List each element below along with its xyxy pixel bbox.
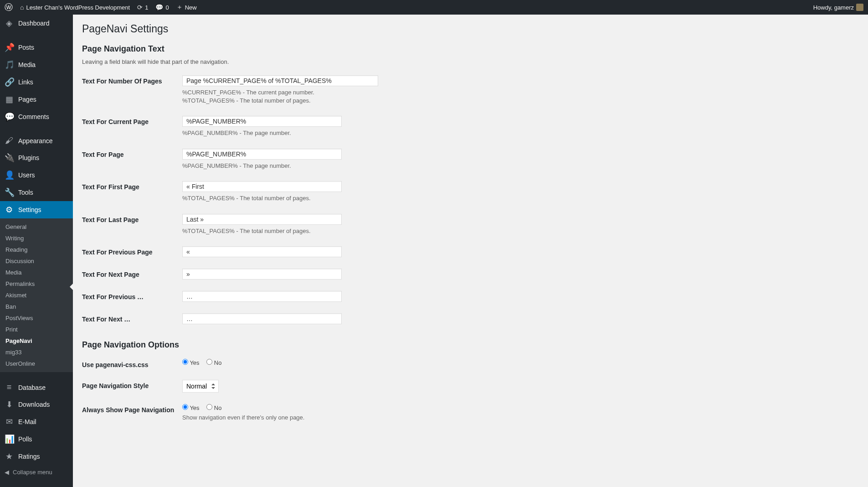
comment-icon: 💬 — [5, 112, 14, 122]
input-last-page[interactable] — [182, 214, 342, 225]
submenu-permalinks[interactable]: Permalinks — [0, 278, 73, 290]
input-prev-dots[interactable] — [182, 291, 342, 302]
sidebar-item-label: Comments — [18, 113, 49, 120]
sidebar-item-label: Pages — [18, 96, 36, 103]
sidebar-item-plugins[interactable]: 🔌Plugins — [0, 149, 73, 166]
sidebar-item-label: Users — [18, 171, 35, 179]
updates-link[interactable]: ⟳1 — [137, 4, 148, 11]
sidebar-item-label: Dashboard — [18, 20, 50, 27]
radio-always-show-yes[interactable] — [182, 404, 188, 410]
sidebar-item-settings[interactable]: ⚙Settings — [0, 201, 73, 218]
admin-sidebar: ◈Dashboard 📌Posts 🎵Media 🔗Links ▦Pages 💬… — [0, 15, 73, 438]
sidebar-item-users[interactable]: 👤Users — [0, 166, 73, 184]
sidebar-item-label: Links — [18, 78, 33, 86]
avatar — [856, 4, 863, 11]
radio-always-show-yes-label[interactable]: Yes — [182, 404, 200, 411]
sidebar-item-links[interactable]: 🔗Links — [0, 73, 73, 91]
input-next-page[interactable] — [182, 269, 342, 280]
submenu-discussion[interactable]: Discussion — [0, 255, 73, 267]
sidebar-item-label: Downloads — [18, 401, 50, 408]
radio-always-show-no-label[interactable]: No — [206, 404, 221, 411]
input-page[interactable] — [182, 149, 342, 160]
submenu-useronline[interactable]: UserOnline — [0, 358, 73, 369]
admin-bar: ⓦ ⌂Lester Chan's WordPress Development ⟳… — [0, 0, 868, 15]
section-nav-options: Page Navigation Options — [82, 340, 859, 350]
submenu-media[interactable]: Media — [0, 267, 73, 278]
link-icon: 🔗 — [5, 77, 14, 87]
no-label: No — [214, 359, 222, 366]
media-icon: 🎵 — [5, 60, 14, 70]
sidebar-separator — [0, 374, 73, 377]
submenu-pagenavi[interactable]: PageNavi — [0, 335, 73, 347]
hint-first-page: %TOTAL_PAGES% - The total number of page… — [182, 194, 859, 202]
sidebar-item-label: Settings — [18, 206, 41, 213]
database-icon: ≡ — [5, 383, 14, 392]
select-style[interactable]: Normal — [182, 380, 219, 393]
radio-use-css-no-label[interactable]: No — [206, 359, 221, 366]
sidebar-item-label: Appearance — [18, 137, 53, 145]
new-label: New — [185, 4, 197, 11]
sidebar-item-label: Tools — [18, 189, 33, 196]
input-next-dots[interactable] — [182, 313, 342, 324]
radio-always-show-no[interactable] — [206, 404, 212, 410]
sidebar-item-pages[interactable]: ▦Pages — [0, 91, 73, 108]
profile-link[interactable]: Howdy, gamerz — [813, 4, 863, 11]
wp-logo[interactable]: ⓦ — [5, 2, 13, 13]
sidebar-item-tools[interactable]: 🔧Tools — [0, 184, 73, 201]
input-num-pages[interactable] — [182, 75, 378, 86]
sidebar-item-media[interactable]: 🎵Media — [0, 56, 73, 73]
input-first-page[interactable] — [182, 181, 342, 192]
yes-label: Yes — [190, 359, 199, 366]
submenu-writing[interactable]: Writing — [0, 233, 73, 244]
page-icon: ▦ — [5, 94, 14, 104]
site-link[interactable]: ⌂Lester Chan's WordPress Development — [20, 4, 130, 11]
sidebar-item-appearance[interactable]: 🖌Appearance — [0, 132, 73, 149]
howdy-label: Howdy, gamerz — [813, 4, 854, 11]
new-link[interactable]: ＋New — [176, 3, 197, 11]
submenu-akismet[interactable]: Akismet — [0, 290, 73, 301]
hint-current-page: %PAGE_NUMBER% - The page number. — [182, 129, 859, 137]
user-icon: 👤 — [5, 170, 14, 180]
options-form: Use pagenavi-css.css Yes No Page Navigat… — [82, 354, 859, 429]
submenu-print[interactable]: Print — [0, 324, 73, 335]
sidebar-item-dashboard[interactable]: ◈Dashboard — [0, 15, 73, 32]
hint-num-pages-2: %TOTAL_PAGES% - The total number of page… — [182, 97, 859, 105]
yes-label: Yes — [190, 404, 199, 411]
input-current-page[interactable] — [182, 116, 342, 127]
submenu-reading[interactable]: Reading — [0, 244, 73, 255]
label-always-show: Always Show Page Navigation — [82, 399, 182, 429]
site-name-label: Lester Chan's WordPress Development — [26, 4, 130, 11]
hint-always-show: Show navigation even if there's only one… — [182, 414, 859, 422]
comments-count: 0 — [165, 4, 169, 11]
label-current-page: Text For Current Page — [82, 111, 182, 144]
submenu-postviews[interactable]: PostViews — [0, 312, 73, 324]
label-next-page: Text For Next Page — [82, 264, 182, 286]
radio-use-css-yes[interactable] — [182, 359, 188, 365]
sidebar-item-database[interactable]: ≡Database — [0, 379, 73, 396]
label-use-css: Use pagenavi-css.css — [82, 354, 182, 375]
sidebar-separator — [0, 128, 73, 130]
submenu-general[interactable]: General — [0, 221, 73, 233]
sidebar-item-comments[interactable]: 💬Comments — [0, 108, 73, 125]
radio-use-css-no[interactable] — [206, 359, 212, 365]
radio-use-css-yes-label[interactable]: Yes — [182, 359, 200, 366]
sidebar-item-email[interactable]: ✉E-Mail — [0, 413, 73, 430]
updates-count: 1 — [145, 4, 148, 11]
submenu-mig33[interactable]: mig33 — [0, 347, 73, 358]
label-prev-page: Text For Previous Page — [82, 242, 182, 264]
sidebar-item-posts[interactable]: 📌Posts — [0, 39, 73, 56]
sidebar-item-downloads[interactable]: ⬇Downloads — [0, 396, 73, 413]
settings-form: Text For Number Of Pages %CURRENT_PAGE% … — [82, 71, 859, 331]
label-prev-dots: Text For Previous … — [82, 286, 182, 309]
comments-link[interactable]: 💬0 — [155, 4, 169, 11]
sidebar-item-label: Media — [18, 61, 36, 68]
wordpress-icon: ⓦ — [5, 2, 13, 13]
input-prev-page[interactable] — [182, 246, 342, 257]
sidebar-item-label: Polls — [18, 435, 32, 438]
label-first-page: Text For First Page — [82, 176, 182, 209]
submenu-ban[interactable]: Ban — [0, 301, 73, 312]
pin-icon: 📌 — [5, 42, 14, 52]
settings-icon: ⚙ — [5, 205, 14, 215]
sidebar-item-polls[interactable]: 📊Polls — [0, 430, 73, 438]
wrench-icon: 🔧 — [5, 187, 14, 197]
